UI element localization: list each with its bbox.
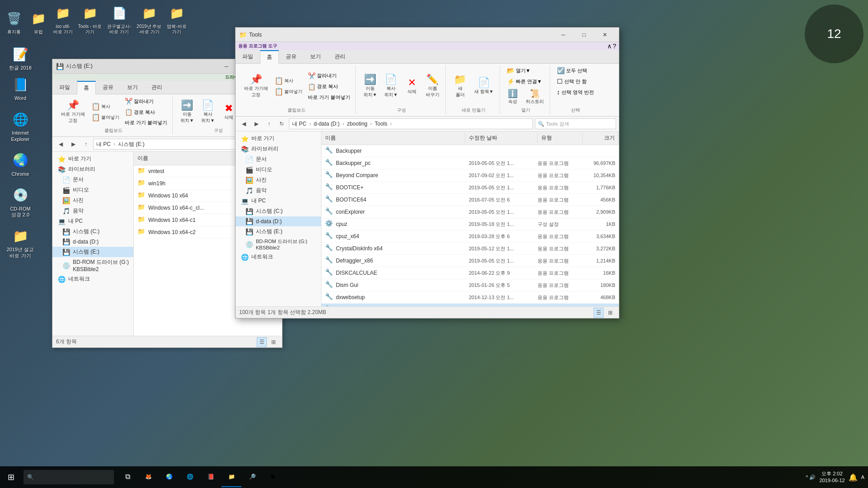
- pin-shortcut-btn-back[interactable]: 📌 바로 가기에고정: [58, 98, 88, 126]
- taskbar-app-taskview[interactable]: ⧉: [118, 467, 137, 487]
- taskbar-clock[interactable]: 오후 2:02 2019-06-12: [819, 470, 844, 484]
- pin-shortcut-btn-front[interactable]: 📌 바로 가기에고정: [241, 72, 271, 100]
- path-copy-btn-front[interactable]: 📋 경로 복사: [306, 82, 353, 92]
- desktop-icon-ie[interactable]: 🌐 InternetExplorer: [5, 110, 36, 142]
- paste-btn-front[interactable]: 📋 붙여넣기: [272, 87, 305, 97]
- invert-selection-btn[interactable]: ↕️ 선택 영역 반전: [555, 87, 596, 97]
- desktop-icon-sermon[interactable]: 📁 2019년 설교바로 가기: [5, 227, 36, 258]
- paste-shortcut-btn-back[interactable]: 바로 가기 붙여넣기: [123, 118, 170, 127]
- explorer-front-window[interactable]: 📁 Tools ─ □ ✕ 응용 프로그램 도구 ∧ ? 파일 홈 공유 보기: [235, 27, 619, 319]
- desktop-icon-isoutil[interactable]: 📁 iso util-바로 가기: [53, 4, 73, 35]
- minimize-button-front[interactable]: ─: [553, 28, 574, 42]
- nav-bdrom-front[interactable]: 💿 BD-ROM 드라이브 (G:) KBSBible2: [236, 237, 321, 252]
- nav-library-front[interactable]: 📚 라이브러리: [236, 144, 321, 154]
- list-view-btn-back[interactable]: ☰: [257, 337, 267, 347]
- taskbar-search[interactable]: 🔍: [24, 470, 114, 484]
- tab-manage-front[interactable]: 관리: [328, 50, 352, 63]
- properties-btn[interactable]: ℹ️ 속성: [505, 87, 521, 107]
- nav-mypc-front[interactable]: 💻 내 PC: [236, 196, 321, 206]
- forward-btn-front[interactable]: ▶: [251, 118, 262, 129]
- delete-btn-front[interactable]: ✕ 삭제: [402, 75, 422, 97]
- desktop-icon-2019[interactable]: 📁 2019년 주보-바로 가기: [137, 4, 161, 35]
- tab-file-front[interactable]: 파일: [236, 50, 260, 63]
- nav-mypc-back[interactable]: 💻 내 PC: [52, 216, 133, 226]
- nav-d-back[interactable]: 💾 d-data (D:): [52, 237, 133, 247]
- ribbon-collapse-btn[interactable]: ∧: [607, 42, 612, 50]
- file-item-beyondcompare[interactable]: 🔧 Beyond Compare 2017-09-02 오전 1... 응용 프…: [321, 169, 619, 182]
- col-name-front[interactable]: 이름: [321, 133, 465, 143]
- file-item-backupper[interactable]: 🔧 Backupper: [321, 145, 619, 157]
- file-item-crystaldiskinfo[interactable]: 🔧 CrystalDiskInfo x64 2019-05-12 오전 1...…: [321, 243, 619, 255]
- move-btn-back[interactable]: ➡️ 이동위치▼: [177, 98, 197, 126]
- paste-shortcut-btn-front[interactable]: 바로 가기 붙여넣기: [306, 93, 353, 102]
- address-path-front[interactable]: 내 PC › d-data (D:) › zbooting › Tools ›: [289, 118, 533, 129]
- quick-access-btn[interactable]: ⚡ 빠른 연결▼: [505, 76, 544, 86]
- back-btn-front[interactable]: ◀: [238, 118, 249, 129]
- back-btn-back[interactable]: ◀: [55, 139, 66, 150]
- desktop-icon-europe[interactable]: 📁 유럽: [29, 9, 48, 35]
- nav-bdrom-back[interactable]: 💿 BD-ROM 드라이브 (G:) KBSBible2: [52, 257, 133, 274]
- close-button-front[interactable]: ✕: [594, 28, 615, 42]
- desktop-icon-gwan[interactable]: 📄 관구별교사-바로 가기: [107, 4, 131, 35]
- nav-photos-back[interactable]: 🖼️ 사진: [52, 195, 133, 206]
- move-btn-front[interactable]: ➡️ 이동위치▼: [360, 72, 380, 100]
- desktop-icon-cdrom[interactable]: 💿 CD-ROM성경 2.0: [5, 186, 36, 218]
- desktop-icon-recycle[interactable]: 🗑️ 휴지통: [5, 9, 24, 35]
- taskbar-app-chrome[interactable]: 🌏: [159, 467, 179, 487]
- taskbar-app-firefox[interactable]: 🦊: [138, 467, 158, 487]
- file-item-backupper-pc[interactable]: 🔧 Backupper_pc 2019-05-05 오전 1... 응용 프로그…: [321, 157, 619, 169]
- file-item-dxwebsetup[interactable]: 🔧 dxwebsetup 2014-12-13 오전 1... 응용 프로그램 …: [321, 291, 619, 304]
- tab-manage-back[interactable]: 관리: [145, 81, 169, 94]
- history-btn[interactable]: 📜 히스토리: [523, 87, 547, 107]
- minimize-button-back[interactable]: ─: [216, 59, 237, 74]
- desktop-icon-hangeul[interactable]: 📝 한글 2018: [5, 45, 36, 71]
- taskbar-app-explorer[interactable]: 📁: [222, 467, 241, 487]
- taskbar-app-search[interactable]: 🔎: [242, 467, 262, 487]
- nav-d-front[interactable]: 💾 d-data (D:): [236, 216, 321, 226]
- nav-docs-back[interactable]: 📄 문서: [52, 174, 133, 185]
- file-item-diskcalculae[interactable]: 🔧 DISKCALCULAE 2014-06-22 오후 9 응용 프로그램 1…: [321, 267, 619, 279]
- nav-c-back[interactable]: 💾 시스템 (C:): [52, 226, 133, 237]
- nav-network-front[interactable]: 🌐 네트워크: [236, 252, 321, 262]
- tray-notification[interactable]: 🔔: [849, 473, 858, 482]
- nav-shortcuts-back[interactable]: ⭐ 바로 가기: [52, 154, 133, 164]
- taskbar-app-calc[interactable]: 🖩: [263, 467, 283, 487]
- nav-network-back[interactable]: 🌐 네트워크: [52, 274, 133, 284]
- select-none-btn[interactable]: ☐ 선택 안 함: [555, 76, 589, 86]
- nav-video-front[interactable]: 🎬 비디오: [236, 164, 321, 175]
- forward-btn-back[interactable]: ▶: [68, 139, 79, 150]
- col-size-front[interactable]: 크기: [583, 133, 619, 143]
- nav-library-back[interactable]: 📚 라이브러리: [52, 164, 133, 174]
- start-button[interactable]: ⊞: [0, 466, 22, 488]
- desktop-icon-appbook[interactable]: 📁 앱북-바로가기: [167, 4, 186, 35]
- refresh-btn-front[interactable]: ↻: [276, 118, 287, 129]
- file-item-bootice64[interactable]: 🔧 BOOTICE64 2016-07-05 오전 6 응용 프로그램 456K…: [321, 194, 619, 206]
- rename-btn-front[interactable]: ✏️ 이름바꾸기: [423, 72, 443, 100]
- taskbar-app-ie[interactable]: 🌐: [180, 467, 200, 487]
- tab-file-back[interactable]: 파일: [52, 81, 77, 94]
- taskbar-app-pdf[interactable]: 📕: [201, 467, 221, 487]
- file-item-conexplorer[interactable]: 🔧 conExplorer 2019-05-05 오전 1... 응용 프로그램…: [321, 206, 619, 218]
- search-input-front[interactable]: 🔍 Tools 검색: [535, 118, 616, 129]
- select-all-btn[interactable]: ☑️ 모두 선택: [555, 66, 590, 75]
- desktop-icon-word[interactable]: 📘 Word: [5, 75, 36, 101]
- list-view-btn-front[interactable]: ☰: [594, 308, 604, 318]
- open-btn[interactable]: 📂 열기▼: [505, 66, 533, 75]
- tab-share-front[interactable]: 공유: [279, 50, 303, 63]
- copy-btn-front[interactable]: 📋 복사: [272, 76, 305, 86]
- new-folder-btn[interactable]: 📁 새폴더: [450, 72, 470, 100]
- new-item-btn[interactable]: 📄 새 항목▼: [471, 75, 497, 97]
- path-copy-btn-back[interactable]: 📋 경로 복사: [123, 107, 170, 117]
- file-item-bootice-plus[interactable]: 🔧 BOOTICE+ 2019-05-05 오전 1... 응용 프로그램 1,…: [321, 182, 619, 194]
- icon-view-btn-back[interactable]: ⊞: [269, 337, 278, 347]
- tab-view-front[interactable]: 보기: [303, 50, 328, 63]
- tab-view-back[interactable]: 보기: [120, 81, 145, 94]
- desktop-icon-tools[interactable]: 📁 Tools - 바로가기: [78, 4, 102, 35]
- icon-view-btn-front[interactable]: ⊞: [605, 308, 615, 318]
- file-item-cpuz[interactable]: ⚙️ cpuz 2019-05-18 오전 1... 구성 설정 1KB: [321, 218, 619, 230]
- paste-btn-back[interactable]: 📋 붙여넣기: [89, 113, 122, 122]
- copy-btn-back[interactable]: 📋 복사: [89, 102, 122, 112]
- col-type-front[interactable]: 유형: [538, 133, 583, 143]
- copy-to-btn-back[interactable]: 📄 복사위치▼: [198, 98, 218, 126]
- nav-music-back[interactable]: 🎵 음악: [52, 206, 133, 216]
